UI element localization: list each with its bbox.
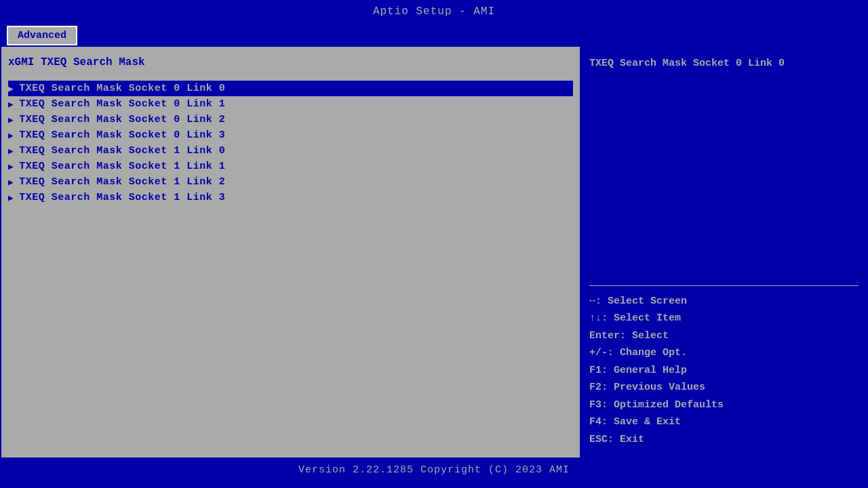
tab-advanced[interactable]: Advanced	[7, 26, 77, 45]
key-label-0: ↔: Select Screen	[589, 296, 687, 307]
menu-item-label-1: TXEQ Search Mask Socket 0 Link 1	[19, 98, 225, 110]
footer: Version 2.22.1285 Copyright (C) 2023 AMI	[0, 459, 868, 481]
arrow-icon-1: ▶	[8, 99, 14, 110]
menu-item-label-5: TXEQ Search Mask Socket 1 Link 1	[19, 161, 225, 172]
key-label-5: F2: Previous Values	[589, 382, 705, 393]
arrow-icon-3: ▶	[8, 130, 14, 141]
key-help-item-4: F1: General Help	[589, 362, 859, 380]
menu-item-3[interactable]: ▶TXEQ Search Mask Socket 0 Link 3	[8, 127, 573, 143]
key-label-8: ESC: Exit	[589, 434, 644, 445]
divider	[589, 285, 859, 286]
key-help: ↔: Select Screen↑↓: Select ItemEnter: Se…	[589, 293, 859, 449]
app-title: Aptio Setup - AMI	[373, 5, 495, 18]
main-content: xGMI TXEQ Search Mask ▶TXEQ Search Mask …	[0, 45, 868, 459]
title-bar: Aptio Setup - AMI	[0, 0, 868, 23]
menu-list: ▶TXEQ Search Mask Socket 0 Link 0▶TXEQ S…	[8, 81, 573, 205]
menu-item-7[interactable]: ▶TXEQ Search Mask Socket 1 Link 3	[8, 190, 573, 205]
menu-item-0[interactable]: ▶TXEQ Search Mask Socket 0 Link 0	[8, 81, 573, 96]
key-help-item-1: ↑↓: Select Item	[589, 310, 859, 327]
menu-item-2[interactable]: ▶TXEQ Search Mask Socket 0 Link 2	[8, 112, 573, 127]
menu-item-6[interactable]: ▶TXEQ Search Mask Socket 1 Link 2	[8, 174, 573, 190]
footer-text: Version 2.22.1285 Copyright (C) 2023 AMI	[298, 464, 570, 476]
menu-item-label-4: TXEQ Search Mask Socket 1 Link 0	[19, 145, 225, 157]
left-panel: xGMI TXEQ Search Mask ▶TXEQ Search Mask …	[1, 47, 581, 458]
key-help-item-5: F2: Previous Values	[589, 379, 859, 396]
menu-item-label-6: TXEQ Search Mask Socket 1 Link 2	[19, 176, 225, 188]
arrow-icon-4: ▶	[8, 146, 14, 157]
menu-item-4[interactable]: ▶TXEQ Search Mask Socket 1 Link 0	[8, 143, 573, 159]
menu-item-label-7: TXEQ Search Mask Socket 1 Link 3	[19, 192, 225, 203]
key-label-6: F3: Optimized Defaults	[589, 399, 724, 411]
menu-item-5[interactable]: ▶TXEQ Search Mask Socket 1 Link 1	[8, 159, 573, 174]
left-panel-title: xGMI TXEQ Search Mask	[8, 56, 573, 68]
key-help-item-7: F4: Save & Exit	[589, 413, 859, 431]
key-label-7: F4: Save & Exit	[589, 416, 681, 428]
key-help-item-6: F3: Optimized Defaults	[589, 396, 859, 414]
arrow-icon-7: ▶	[8, 192, 14, 203]
key-label-4: F1: General Help	[589, 365, 687, 376]
arrow-icon-0: ▶	[8, 83, 14, 94]
tab-bar: Advanced	[0, 23, 868, 45]
key-label-3: +/-: Change Opt.	[589, 347, 687, 359]
key-help-item-8: ESC: Exit	[589, 431, 859, 449]
menu-item-label-0: TXEQ Search Mask Socket 0 Link 0	[19, 83, 225, 94]
menu-item-1[interactable]: ▶TXEQ Search Mask Socket 0 Link 1	[8, 96, 573, 112]
arrow-icon-2: ▶	[8, 115, 14, 125]
help-text: TXEQ Search Mask Socket 0 Link 0	[589, 56, 859, 279]
right-panel: TXEQ Search Mask Socket 0 Link 0 ↔: Sele…	[581, 47, 867, 458]
arrow-icon-5: ▶	[8, 161, 14, 172]
key-help-item-3: +/-: Change Opt.	[589, 344, 859, 362]
menu-item-label-2: TXEQ Search Mask Socket 0 Link 2	[19, 114, 225, 125]
menu-item-label-3: TXEQ Search Mask Socket 0 Link 3	[19, 129, 225, 141]
arrow-icon-6: ▶	[8, 177, 14, 188]
key-help-item-0: ↔: Select Screen	[589, 293, 859, 310]
key-label-2: Enter: Select	[589, 330, 669, 342]
key-label-1: ↑↓: Select Item	[589, 312, 681, 324]
key-help-item-2: Enter: Select	[589, 327, 859, 345]
